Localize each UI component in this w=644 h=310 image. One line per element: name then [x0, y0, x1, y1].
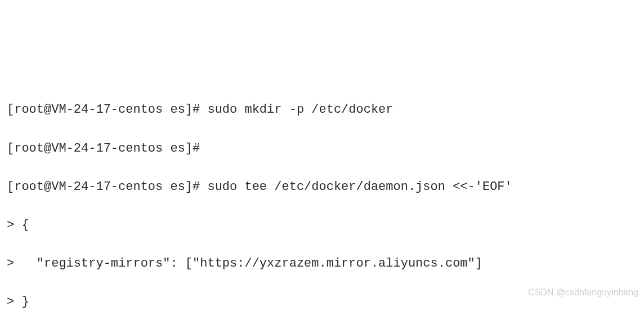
terminal-output[interactable]: [root@VM-24-17-centos es]# sudo mkdir -p… [7, 81, 637, 310]
terminal-line: > { [7, 216, 637, 235]
terminal-line: > "registry-mirrors": ["https://yxzrazem… [7, 254, 637, 273]
terminal-line: [root@VM-24-17-centos es]# sudo tee /etc… [7, 178, 637, 197]
terminal-line: [root@VM-24-17-centos es]# [7, 139, 637, 158]
terminal-line: [root@VM-24-17-centos es]# sudo mkdir -p… [7, 100, 637, 119]
watermark: CSDN @csdnfanguyinheng [528, 286, 638, 300]
